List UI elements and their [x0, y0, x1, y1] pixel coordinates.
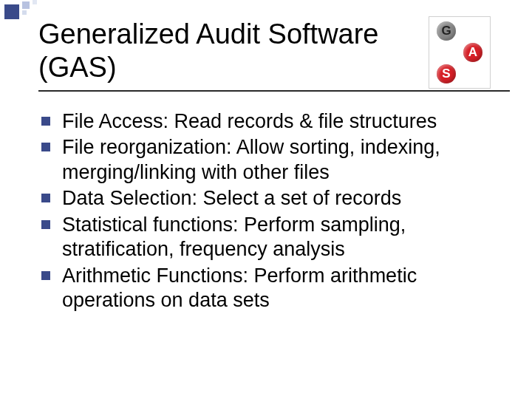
bullet-list: File Access: Read records & file structu… — [40, 109, 502, 313]
badge-letter-s: S — [437, 64, 456, 83]
list-item: File reorganization: Allow sorting, inde… — [40, 135, 502, 185]
corner-decoration — [0, 0, 41, 27]
badge-letter-g: G — [437, 21, 456, 41]
list-item: File Access: Read records & file structu… — [40, 109, 502, 134]
list-item: Arithmetic Functions: Perform arithmetic… — [40, 264, 502, 313]
title-wrap: Generalized Audit Software (GAS) — [38, 18, 406, 84]
list-item: Data Selection: Select a set of records — [40, 186, 502, 211]
gas-badge: G A S — [429, 16, 491, 89]
slide-title: Generalized Audit Software (GAS) — [38, 18, 406, 84]
title-rule — [38, 90, 510, 92]
content: File Access: Read records & file structu… — [40, 109, 502, 315]
badge-letter-a: A — [463, 43, 482, 62]
list-item: Statistical functions: Perform sampling,… — [40, 213, 502, 262]
